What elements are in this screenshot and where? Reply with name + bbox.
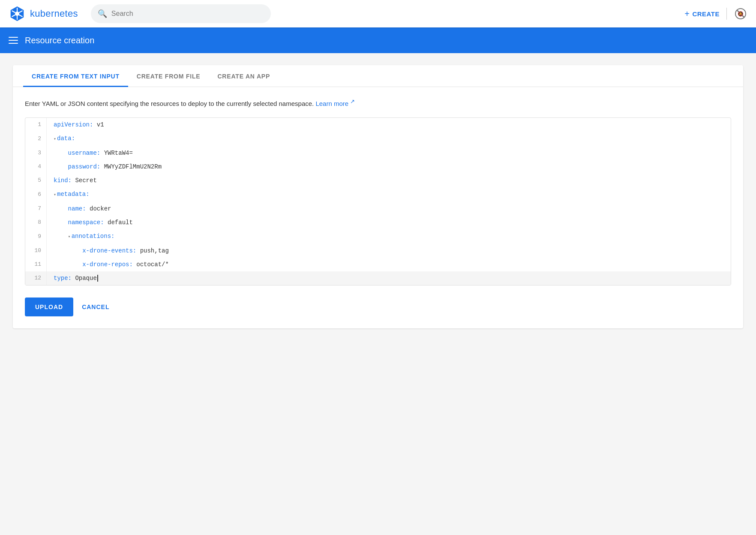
line-number-4: 4 [25,160,47,174]
tab-create-from-text-input[interactable]: CREATE FROM TEXT INPUT [23,65,128,87]
resource-creation-card: CREATE FROM TEXT INPUT CREATE FROM FILE … [13,65,743,328]
line-content-5: kind: Secret [47,174,104,187]
code-line-2: 2 ▾data: [25,132,731,146]
main-content: CREATE FROM TEXT INPUT CREATE FROM FILE … [0,53,756,340]
line-number-5: 5 [25,174,47,187]
line-content-6: ▾metadata: [47,187,96,202]
code-line-11: 11 x-drone-repos: octocat/* [25,258,731,271]
line-number-12: 12 [25,271,47,285]
card-body: Enter YAML or JSON content specifying th… [13,87,743,328]
line-number-6: 6 [25,187,47,202]
page-title: Resource creation [25,36,94,45]
cancel-button[interactable]: CANCEL [82,304,109,310]
line-number-9: 9 [25,229,47,244]
logo-text: kubernetes [30,8,78,19]
topnav-right: + CREATE 🔕 [684,7,747,21]
search-bar: 🔍 [91,4,271,23]
learn-more-link[interactable]: Learn more ↗ [315,100,355,107]
tab-bar: CREATE FROM TEXT INPUT CREATE FROM FILE … [13,65,743,87]
svg-point-2 [15,12,19,16]
line-content-8: namespace: default [47,216,140,229]
description-text: Enter YAML or JSON content specifying th… [25,100,314,107]
line-content-2: ▾data: [47,132,82,146]
line-content-10: x-drone-events: push,tag [47,244,176,258]
create-label: CREATE [692,10,720,18]
code-line-12: 12 type: Opaque [25,271,731,285]
action-buttons: UPLOAD CANCEL [25,298,731,316]
code-line-6: 6 ▾metadata: [25,187,731,202]
line-content-9: ▾annotations: [47,229,121,244]
nav-divider [726,8,727,20]
code-line-9: 9 ▾annotations: [25,229,731,244]
code-line-5: 5 kind: Secret [25,174,731,187]
hamburger-menu[interactable] [9,37,18,44]
code-line-4: 4 password: MWYyZDFlMmU2N2Rm [25,160,731,174]
line-number-3: 3 [25,146,47,160]
logo[interactable]: kubernetes [9,5,78,22]
kubernetes-logo-icon [9,5,26,22]
code-line-8: 8 namespace: default [25,216,731,229]
create-button[interactable]: + CREATE [684,9,720,19]
line-content-1: apiVersion: v1 [47,118,111,132]
notifications-icon[interactable]: 🔕 [734,7,747,21]
svg-text:🔕: 🔕 [738,11,744,17]
line-content-3: username: YWRtaW4= [47,146,140,160]
line-content-4: password: MWYyZDFlMmU2N2Rm [47,160,168,174]
search-input[interactable] [111,10,264,18]
line-number-11: 11 [25,258,47,271]
line-content-12: type: Opaque [47,271,108,285]
breadcrumb-bar: Resource creation [0,27,756,53]
code-editor[interactable]: 1 apiVersion: v1 2 ▾data: 3 username: YW… [25,117,731,286]
code-lines: 1 apiVersion: v1 2 ▾data: 3 username: YW… [25,118,731,285]
plus-icon: + [684,9,690,19]
line-number-8: 8 [25,216,47,229]
code-line-3: 3 username: YWRtaW4= [25,146,731,160]
topnav: kubernetes 🔍 + CREATE 🔕 [0,0,756,27]
upload-button[interactable]: UPLOAD [25,298,73,316]
code-line-10: 10 x-drone-events: push,tag [25,244,731,258]
line-number-10: 10 [25,244,47,258]
code-line-7: 7 name: docker [25,202,731,216]
code-line-1: 1 apiVersion: v1 [25,118,731,132]
tab-create-from-file[interactable]: CREATE FROM FILE [128,65,209,87]
line-content-7: name: docker [47,202,118,216]
tab-create-an-app[interactable]: CREATE AN APP [209,65,279,87]
line-number-2: 2 [25,132,47,146]
search-icon: 🔍 [98,9,107,18]
line-number-1: 1 [25,118,47,132]
line-number-7: 7 [25,202,47,216]
line-content-11: x-drone-repos: octocat/* [47,258,176,271]
description: Enter YAML or JSON content specifying th… [25,97,731,109]
external-link-icon: ↗ [350,98,355,105]
